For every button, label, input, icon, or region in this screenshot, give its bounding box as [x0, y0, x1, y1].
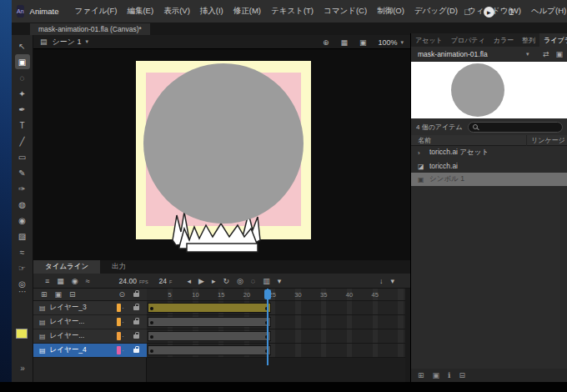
- frame-rate-display[interactable]: 24.00 FPS 24 F: [119, 277, 173, 285]
- frame-view-icon[interactable]: ▾: [278, 277, 282, 285]
- layer-frames-4[interactable]: [147, 344, 405, 358]
- eyedropper-tool-icon[interactable]: ◉: [15, 213, 30, 228]
- text-tool-icon[interactable]: T: [15, 118, 30, 133]
- timeline-menu-icon[interactable]: ▾: [390, 277, 394, 285]
- scene-label[interactable]: シーン 1: [53, 37, 82, 48]
- keyframe-dot[interactable]: [150, 349, 153, 353]
- menu-item-3[interactable]: 挿入(I): [196, 3, 228, 19]
- layer-frames-2[interactable]: [147, 315, 405, 329]
- menu-item-2[interactable]: 表示(V): [159, 3, 194, 19]
- layer-visibility-dot[interactable]: ·: [122, 332, 124, 340]
- panel-tab-4[interactable]: ライブラリ: [539, 33, 567, 47]
- playhead-line[interactable]: [267, 289, 268, 365]
- more-tools-icon[interactable]: ⋯: [12, 287, 33, 296]
- layer-panel-icon[interactable]: ≡: [45, 277, 49, 285]
- frame-span[interactable]: [148, 331, 271, 341]
- menu-item-6[interactable]: コマンド(C): [319, 3, 371, 19]
- new-symbol-icon[interactable]: ⊞: [418, 371, 424, 379]
- free-transform-tool-icon[interactable]: ▣: [15, 54, 30, 69]
- document-tab[interactable]: mask-animation-01.fla (Canvas)*: [30, 23, 150, 35]
- center-playhead-icon[interactable]: ↓: [379, 277, 384, 285]
- toolbar-overflow-icon[interactable]: »: [12, 364, 33, 373]
- layer-visibility-dot[interactable]: ·: [122, 304, 124, 312]
- keyframe-dot[interactable]: [150, 321, 153, 324]
- playhead-handle[interactable]: [264, 289, 271, 299]
- new-library-panel-icon[interactable]: ▣: [555, 50, 563, 58]
- step-back-icon[interactable]: ◂: [187, 277, 191, 285]
- panel-tab-0[interactable]: アセット: [411, 33, 447, 47]
- layer-frames-3[interactable]: [147, 329, 405, 344]
- play-icon[interactable]: ▶: [198, 277, 204, 285]
- layer-name[interactable]: レイヤー...: [50, 317, 85, 327]
- pen-tool-icon[interactable]: ✒: [15, 102, 30, 117]
- layer-color-swatch[interactable]: [117, 346, 121, 354]
- edit-multiple-frames-icon[interactable]: ▥: [263, 277, 270, 285]
- zoom-control[interactable]: 100% ▾: [378, 38, 404, 47]
- column-linkage[interactable]: リンケージ: [531, 136, 565, 145]
- library-item-label[interactable]: toricch.ai: [429, 162, 458, 170]
- chevron-down-icon[interactable]: ▾: [526, 51, 529, 58]
- frame-ruler[interactable]: 51015202530354045: [147, 289, 405, 301]
- lock-icon[interactable]: [133, 320, 139, 324]
- pin-icon[interactable]: ⇄: [543, 50, 549, 58]
- layer-color-swatch[interactable]: [117, 318, 121, 326]
- quick-share-icon[interactable]: ▶: [484, 7, 494, 18]
- panel-tab-2[interactable]: カラー: [489, 33, 518, 47]
- graph-icon[interactable]: ≈: [86, 277, 90, 285]
- zoom-value[interactable]: 100%: [378, 38, 397, 47]
- brush-tool-icon[interactable]: ✑: [15, 181, 30, 196]
- keyframe-dot[interactable]: [150, 335, 153, 339]
- column-name[interactable]: 名前: [418, 136, 431, 145]
- layer-name[interactable]: レイヤー_3: [50, 303, 87, 313]
- add-layer-icon[interactable]: ⊞: [41, 290, 48, 299]
- layer-visibility-dot[interactable]: ·: [122, 318, 124, 326]
- new-folder-icon[interactable]: ▣: [433, 371, 440, 379]
- library-item-assets-folder[interactable]: ›toricch.ai アセット: [411, 146, 567, 159]
- layer-color-swatch[interactable]: [117, 304, 121, 312]
- library-search-input[interactable]: [468, 122, 563, 133]
- layer-frames-1[interactable]: [147, 301, 405, 315]
- menu-item-10[interactable]: ヘルプ(H): [527, 3, 567, 19]
- library-document-name[interactable]: mask-animation-01.fla: [418, 50, 488, 58]
- camera-icon[interactable]: ▦: [340, 38, 348, 47]
- fill-color-swatch[interactable]: [16, 329, 28, 339]
- timeline-tab-0[interactable]: タイムライン: [33, 260, 100, 274]
- lock-icon[interactable]: [133, 293, 139, 297]
- loop-icon[interactable]: ↻: [223, 277, 229, 285]
- pencil-tool-icon[interactable]: ✎: [15, 165, 30, 180]
- library-item-label[interactable]: toricch.ai アセット: [429, 148, 489, 158]
- current-frame-value[interactable]: 24: [159, 277, 167, 285]
- selection-tool-icon[interactable]: ↖: [15, 38, 30, 53]
- layer-visibility-dot[interactable]: ·: [122, 346, 124, 354]
- symbol-center-icon[interactable]: ⊕: [323, 38, 329, 47]
- add-folder-icon[interactable]: ▣: [55, 290, 63, 299]
- chevron-down-icon[interactable]: ▾: [400, 39, 404, 46]
- timeline-tab-1[interactable]: 出力: [100, 260, 138, 274]
- rectangle-tool-icon[interactable]: ▭: [15, 149, 30, 164]
- step-forward-icon[interactable]: ▸: [212, 277, 216, 285]
- layer-row-4[interactable]: ▤レイヤー_4·: [33, 344, 147, 358]
- layer-row-3[interactable]: ▤レイヤー...·: [33, 329, 147, 344]
- magic-wand-tool-icon[interactable]: ✦: [15, 86, 30, 101]
- library-item-symbol[interactable]: ▣シンボル 1: [411, 173, 567, 186]
- panel-tab-3[interactable]: 整列: [518, 33, 539, 47]
- fps-value[interactable]: 24.00: [119, 277, 137, 285]
- lock-icon[interactable]: [133, 349, 139, 353]
- library-item-label[interactable]: シンボル 1: [429, 174, 464, 184]
- line-tool-icon[interactable]: ╱: [15, 133, 30, 148]
- menu-item-4[interactable]: 修正(M): [229, 3, 265, 19]
- mask-circle[interactable]: [143, 63, 304, 224]
- properties-icon[interactable]: ℹ: [448, 371, 450, 379]
- layer-color-swatch[interactable]: [117, 332, 121, 340]
- lock-icon[interactable]: [133, 334, 139, 339]
- camera-add-icon[interactable]: ▦: [57, 277, 64, 285]
- menu-item-0[interactable]: ファイル(F): [70, 3, 121, 19]
- chevron-down-icon[interactable]: ▾: [85, 38, 88, 45]
- hand-tool-icon[interactable]: ☞: [15, 260, 30, 275]
- frame-span[interactable]: [148, 345, 271, 355]
- eraser-tool-icon[interactable]: ▨: [15, 229, 30, 244]
- panel-tab-1[interactable]: プロパティ: [447, 33, 489, 47]
- workspace-icon[interactable]: □: [464, 7, 470, 17]
- audio-icon[interactable]: ◉: [72, 277, 78, 285]
- menu-item-1[interactable]: 編集(E): [123, 3, 158, 19]
